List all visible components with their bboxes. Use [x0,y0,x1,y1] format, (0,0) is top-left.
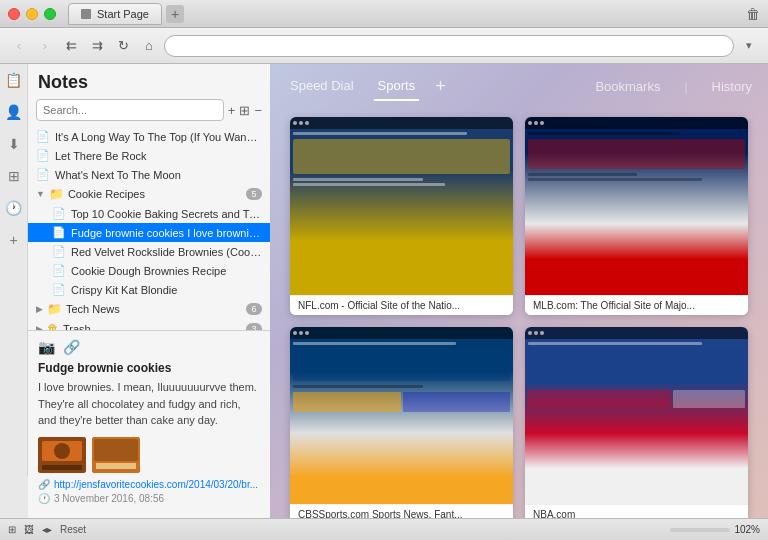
folder-collapse-icon: ▶ [36,304,43,314]
home-button[interactable]: ⌂ [138,35,160,57]
status-bar: ⊞ 🖼 ◂▸ Reset 102% [0,518,768,540]
dial-thumbnail-cbs [290,327,513,505]
note-item-3[interactable]: 📄 What's Next To The Moon [28,165,270,184]
folder-tech-news[interactable]: ▶ 📁 Tech News 6 [28,299,270,319]
sidebar-icon-notes[interactable]: 📋 [5,72,22,88]
dropdown-button[interactable]: ▾ [738,35,760,57]
url-bar[interactable] [164,35,734,57]
nav-bar: ‹ › ⇇ ⇉ ↻ ⌂ ▾ [0,28,768,64]
content-area: Speed Dial Sports + Bookmarks | History [270,64,768,540]
link-attach-icon[interactable]: 🔗 [63,339,80,355]
tab-title: Start Page [97,8,149,20]
note-label: What's Next To The Moon [55,169,181,181]
dial-item-nfl[interactable]: NFL.com - Official Site of the Natio... [290,117,513,315]
note-item-2[interactable]: 📄 Let There Be Rock [28,146,270,165]
sidebar-icon-bookmarks[interactable]: ⊞ [8,168,20,184]
svg-point-2 [54,443,70,459]
folder-button[interactable]: ⊞ [239,103,250,118]
new-tab-button[interactable]: + [166,5,184,23]
back-button[interactable]: ‹ [8,35,30,57]
maximize-button[interactable] [44,8,56,20]
tab-add-button[interactable]: + [435,76,446,97]
note-item-1[interactable]: 📄 It's A Long Way To The Top (If You Wan… [28,127,270,146]
notes-panel: Notes + ⊞ − 📄 It's A Long Way To The Top… [28,64,270,540]
nav-arrows: ◂▸ [42,524,52,535]
tab-navigation: Speed Dial Sports + Bookmarks | History [270,64,768,101]
note-item-cookie-2[interactable]: 📄 Fudge brownie cookies I love brownies.… [28,223,270,242]
notes-search-bar: + ⊞ − [28,99,270,127]
zoom-control: 102% [670,524,760,535]
nav-separator: | [684,80,687,94]
reload-button[interactable]: ↻ [112,35,134,57]
folder-trash[interactable]: ▶ 🗑 Trash 3 [28,319,270,330]
note-label: Top 10 Cookie Baking Secrets and Tips [71,208,262,220]
note-icon: 📄 [52,264,66,277]
remove-button[interactable]: − [254,103,262,118]
preview-thumbnail-1 [38,437,86,473]
notes-list: 📄 It's A Long Way To The Top (If You Wan… [28,127,270,330]
preview-image-row [38,437,260,473]
note-item-cookie-4[interactable]: 📄 Cookie Dough Brownies Recipe [28,261,270,280]
note-icon: 📄 [36,168,50,181]
preview-title: Fudge brownie cookies [38,361,260,375]
preview-thumbnail-2 [92,437,140,473]
folder-badge: 3 [246,323,262,330]
dial-thumbnail-nba [525,327,748,505]
folder-badge: 6 [246,303,262,315]
title-bar-end: 🗑 [746,6,760,22]
folder-cookie-recipes[interactable]: ▼ 📁 Cookie Recipes 5 [28,184,270,204]
dial-label-nfl: NFL.com - Official Site of the Natio... [290,295,513,315]
close-button[interactable] [8,8,20,20]
tab-speed-dial[interactable]: Speed Dial [286,72,358,101]
note-icon: 📄 [52,207,66,220]
sidebar-icon-downloads[interactable]: ⬇ [8,136,20,152]
sidebar-icon-people[interactable]: 👤 [5,104,22,120]
svg-rect-5 [94,439,138,461]
preview-date: 🕐 3 November 2016, 08:56 [38,493,260,504]
note-icon: 📄 [52,226,66,239]
traffic-lights [8,8,56,20]
image-icon: 🖼 [24,524,34,535]
note-item-cookie-1[interactable]: 📄 Top 10 Cookie Baking Secrets and Tips [28,204,270,223]
fast-forward-button[interactable]: ⇉ [86,35,108,57]
note-icon: 📄 [52,283,66,296]
note-label: Crispy Kit Kat Blondie [71,284,177,296]
folder-badge: 5 [246,188,262,200]
link-text: http://jensfavoritecookies.com/2014/03/2… [54,479,258,490]
search-input[interactable] [36,99,224,121]
dial-item-mlb[interactable]: MLB.com: The Official Site of Majo... [525,117,748,315]
speed-dial-grid: NFL.com - Official Site of the Natio... [270,101,768,540]
screen-icon: ⊞ [8,524,16,535]
preview-link[interactable]: 🔗 http://jensfavoritecookies.com/2014/03… [38,479,260,490]
rewind-button[interactable]: ⇇ [60,35,82,57]
svg-rect-3 [42,465,82,470]
preview-body: I love brownies. I mean, Iluuuuuuurvve t… [38,379,260,429]
folder-label: Cookie Recipes [68,188,242,200]
reset-button[interactable]: Reset [60,524,86,535]
sidebar-icon-clock[interactable]: 🕐 [5,200,22,216]
tab-sports[interactable]: Sports [374,72,420,101]
note-label: Fudge brownie cookies I love brownies. I… [71,227,262,239]
zoom-slider[interactable] [670,528,730,532]
trash-folder-icon: 🗑 [47,322,59,330]
trash-icon: 🗑 [746,6,760,22]
browser-tab[interactable]: Start Page [68,3,162,25]
clock-icon: 🕐 [38,493,50,504]
dial-item-cbs[interactable]: CBSSports.com Sports News, Fant... [290,327,513,525]
dial-label-mlb: MLB.com: The Official Site of Majo... [525,295,748,315]
note-label: Red Velvet Rockslide Brownies (Cookbook.… [71,246,262,258]
date-text: 3 November 2016, 08:56 [54,493,164,504]
note-label: Cookie Dough Brownies Recipe [71,265,226,277]
dial-item-nba[interactable]: NBA.com [525,327,748,525]
note-icon: 📄 [36,149,50,162]
tab-bookmarks[interactable]: Bookmarks [595,79,660,94]
camera-icon[interactable]: 📷 [38,339,55,355]
minimize-button[interactable] [26,8,38,20]
add-note-button[interactable]: + [228,103,236,118]
tab-bar: Start Page + [68,3,746,25]
note-item-cookie-3[interactable]: 📄 Red Velvet Rockslide Brownies (Cookboo… [28,242,270,261]
note-item-cookie-5[interactable]: 📄 Crispy Kit Kat Blondie [28,280,270,299]
forward-button[interactable]: › [34,35,56,57]
sidebar-icon-add[interactable]: + [9,232,17,248]
tab-history[interactable]: History [712,79,752,94]
